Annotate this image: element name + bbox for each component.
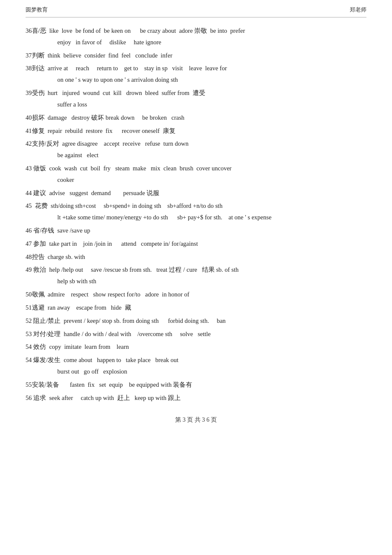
page-number: 第 3 页 共 3 6 页 — [175, 417, 217, 423]
entry-label-line: 52 阻止/禁止 prevent / keep/ stop sb. from d… — [26, 315, 366, 327]
entry-continuation: suffer a loss — [26, 99, 366, 110]
entry-label-line: 40损坏 damage destroy 破坏 break down be bro… — [26, 112, 366, 124]
entry-48: 48控告 charge sb. with — [26, 251, 366, 263]
entry-45: 45 花费 sth/doing sth+cost sb+spend+ in do… — [26, 200, 366, 223]
entry-label-line: 51逃避 ran away escape from hide 藏 — [26, 302, 366, 313]
entry-53: 53 对付/处理 handle / do with / deal with /o… — [26, 328, 366, 340]
page-header: 圆梦教育 郑老师 — [26, 0, 366, 17]
header-org: 圆梦教育 — [26, 6, 48, 14]
entry-41: 41修复 repair rebuild restore fix recover … — [26, 125, 366, 137]
entry-continuation: cooker — [26, 174, 366, 186]
entry-54b: 54 爆发/发生 come about happen to take place… — [26, 354, 366, 377]
entry-49: 49 救治 help /help out save /rescue sb fro… — [26, 264, 366, 287]
entry-continuation: be against elect — [26, 150, 366, 161]
entry-label-line: 36喜/恶 like love be fond of be keen on be… — [26, 25, 366, 37]
entry-37: 37判断 think believe consider find feel co… — [26, 50, 366, 61]
entry-label-line: 44 建议 advise suggest demand persuade 说服 — [26, 187, 366, 199]
entry-label-line: 45 花费 sth/doing sth+cost sb+spend+ in do… — [26, 200, 366, 212]
entry-label-line: 46 省/存钱 save /save up — [26, 225, 366, 236]
header-teacher: 郑老师 — [350, 6, 366, 14]
entry-continuation: burst out go off explosion — [26, 366, 366, 377]
page: 圆梦教育 郑老师 36喜/恶 like love be fond of be k… — [0, 0, 392, 555]
entry-label-line: 50敬佩 admire respect show respect for/to … — [26, 289, 366, 300]
entry-label-line: 54 爆发/发生 come about happen to take place… — [26, 354, 366, 366]
entry-40: 40损坏 damage destroy 破坏 break down be bro… — [26, 112, 366, 124]
entry-51: 51逃避 ran away escape from hide 藏 — [26, 302, 366, 313]
entry-label-line: 43 做饭 cook wash cut boil fry steam make … — [26, 163, 366, 174]
entry-label-line: 38到达 arrive at reach return to get to st… — [26, 63, 366, 74]
entry-46: 46 省/存钱 save /save up — [26, 225, 366, 236]
entry-label-line: 49 救治 help /help out save /rescue sb fro… — [26, 264, 366, 276]
entry-39: 39受伤 hurt injured wound cut kill drown b… — [26, 87, 366, 110]
entry-label-line: 37判断 think believe consider find feel co… — [26, 50, 366, 61]
entry-55: 55安装/装备 fasten fix set equip be equipped… — [26, 379, 366, 391]
entry-label-line: 42支持/反对 agree disagree accept receive re… — [26, 138, 366, 150]
entry-continuation: enjoy in favor of dislike hate ignore — [26, 37, 366, 48]
entry-label-line: 53 对付/处理 handle / do with / deal with /o… — [26, 328, 366, 340]
entry-continuation: lt +take some time/ money/energy +to do … — [26, 212, 366, 223]
entry-label-line: 56 追求 seek after catch up with 赶上 keep u… — [26, 392, 366, 404]
entry-44: 44 建议 advise suggest demand persuade 说服 — [26, 187, 366, 199]
main-content: 36喜/恶 like love be fond of be keen on be… — [26, 25, 366, 403]
entry-54a: 54 效仿 copy imitate learn from learn — [26, 341, 366, 353]
entry-continuation: on one ' s way to upon one ' s arrivalon… — [26, 74, 366, 86]
entry-56: 56 追求 seek after catch up with 赶上 keep u… — [26, 392, 366, 404]
entry-label-line: 41修复 repair rebuild restore fix recover … — [26, 125, 366, 137]
entry-52: 52 阻止/禁止 prevent / keep/ stop sb. from d… — [26, 315, 366, 327]
entry-36: 36喜/恶 like love be fond of be keen on be… — [26, 25, 366, 48]
entry-continuation: help sb with sth — [26, 276, 366, 287]
entry-label-line: 39受伤 hurt injured wound cut kill drown b… — [26, 87, 366, 99]
page-footer: 第 3 页 共 3 6 页 — [26, 416, 366, 424]
entry-38: 38到达 arrive at reach return to get to st… — [26, 63, 366, 86]
entry-50: 50敬佩 admire respect show respect for/to … — [26, 289, 366, 300]
entry-label-line: 54 效仿 copy imitate learn from learn — [26, 341, 366, 353]
entry-42: 42支持/反对 agree disagree accept receive re… — [26, 138, 366, 161]
entry-label-line: 48控告 charge sb. with — [26, 251, 366, 263]
entry-label-line: 55安装/装备 fasten fix set equip be equipped… — [26, 379, 366, 391]
entry-47: 47 参加 take part in join /join in attend … — [26, 238, 366, 250]
entry-43: 43 做饭 cook wash cut boil fry steam make … — [26, 163, 366, 186]
entry-label-line: 47 参加 take part in join /join in attend … — [26, 238, 366, 250]
